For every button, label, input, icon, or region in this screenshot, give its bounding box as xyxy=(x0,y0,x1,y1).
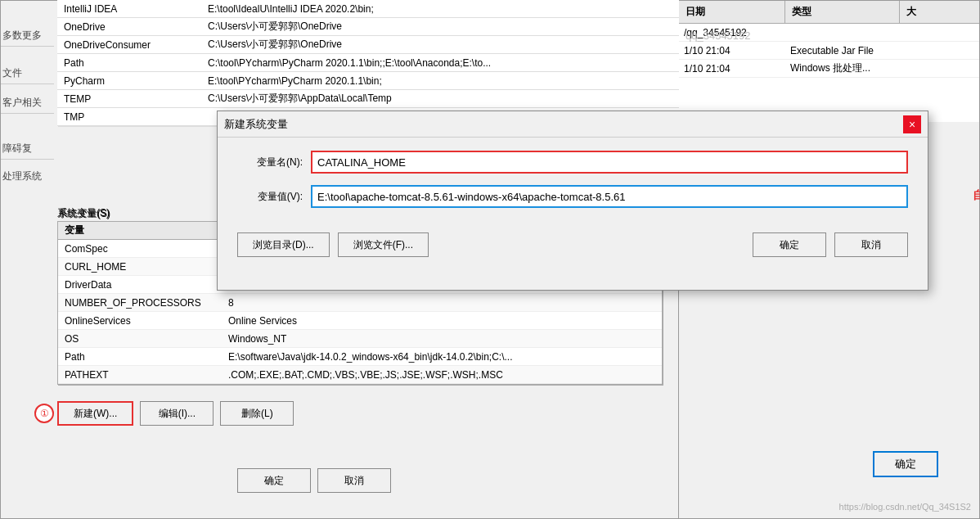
browse-dir-button[interactable]: 浏览目录(D)... xyxy=(237,232,330,257)
right-row-3[interactable]: 1/10 21:04 Windows 批处理... xyxy=(679,60,979,78)
sidebar-labels: 多数更多 文件 客户相关 障碍复 处理系统 xyxy=(1,25,54,187)
dialog-titlebar: 新建系统变量 × xyxy=(218,111,928,138)
right-ok-button[interactable]: 确定 xyxy=(873,451,938,477)
dialog-cancel-button[interactable]: 取消 xyxy=(834,232,908,257)
edit-button[interactable]: 编辑(I)... xyxy=(140,401,214,426)
value-input-container: 自己的tomcat路径 xyxy=(311,185,908,208)
dialog-title: 新建系统变量 xyxy=(224,117,288,132)
row-temp[interactable]: TEMP C:\Users\小可爱郭郭\AppData\Local\Temp xyxy=(57,90,679,108)
browse-file-button[interactable]: 浏览文件(F)... xyxy=(338,232,429,257)
top-env-rows: IntelliJ IDEA E:\tool\IdealU\IntelliJ ID… xyxy=(57,0,679,126)
dialog-body: 变量名(N): 变量值(V): 自己的tomcat路径 xyxy=(218,138,928,232)
row-path[interactable]: Path C:\tool\PYcharm\PyCharm 2020.1.1\bi… xyxy=(57,54,679,72)
variable-name-row: 变量名(N): xyxy=(237,151,908,174)
main-cancel-button[interactable]: 取消 xyxy=(317,468,391,493)
row-onedrive[interactable]: OneDrive C:\Users\小可爱郭郭\OneDrive xyxy=(57,18,679,36)
right-watermark-qq: qq_34545192 xyxy=(686,29,751,42)
annotation-circle-1: ① xyxy=(34,404,54,423)
sys-var-row-6[interactable]: OS Windows_NT xyxy=(58,330,662,348)
sys-var-row-7[interactable]: Path E:\software\Java\jdk-14.0.2_windows… xyxy=(58,348,662,366)
right-table-header: 日期 类型 大 xyxy=(679,1,979,24)
new-system-variable-dialog: 新建系统变量 × 变量名(N): 变量值(V): 自己的tomcat路径 浏览目… xyxy=(217,111,928,291)
row-intellij[interactable]: IntelliJ IDEA E:\tool\IdealU\IntelliJ ID… xyxy=(57,0,679,18)
url-watermark: https://blog.csdn.net/Qq_34S1S2 xyxy=(839,502,971,512)
right-row-2[interactable]: 1/10 21:04 Executable Jar File xyxy=(679,42,979,60)
name-input-container xyxy=(311,151,908,174)
value-input[interactable] xyxy=(311,185,908,208)
name-input[interactable] xyxy=(311,151,908,174)
new-button[interactable]: 新建(W)... xyxy=(57,401,133,426)
main-ok-cancel: 确定 取消 xyxy=(237,468,391,493)
dialog-ok-button[interactable]: 确定 xyxy=(753,232,826,257)
name-label: 变量名(N): xyxy=(237,156,311,169)
delete-button[interactable]: 删除(L) xyxy=(220,401,294,426)
sys-var-buttons: ① 新建(W)... 编辑(I)... 删除(L) xyxy=(57,401,294,426)
dialog-close-button[interactable]: × xyxy=(903,115,921,133)
sys-var-row-5[interactable]: OnlineServices Online Services xyxy=(58,312,662,330)
row-onedriveconsumer[interactable]: OneDriveConsumer C:\Users\小可爱郭郭\OneDrive xyxy=(57,36,679,54)
value-label: 变量值(V): xyxy=(237,190,311,204)
main-ok-button[interactable]: 确定 xyxy=(237,468,311,493)
sys-var-row-8[interactable]: PATHEXT .COM;.EXE;.BAT;.CMD;.VBS;.VBE;.J… xyxy=(58,366,662,384)
sys-var-section-label: 系统变量(S) xyxy=(57,206,110,220)
row-pycharm[interactable]: PyCharm E:\tool\PYcharm\PyCharm 2020.1.1… xyxy=(57,72,679,90)
value-annotation: 自己的tomcat路径 xyxy=(973,188,980,203)
variable-value-row: 变量值(V): 自己的tomcat路径 xyxy=(237,185,908,208)
dialog-buttons: 浏览目录(D)... 浏览文件(F)... 确定 取消 xyxy=(218,232,928,257)
sys-var-row-4[interactable]: NUMBER_OF_PROCESSORS 8 xyxy=(58,294,662,312)
